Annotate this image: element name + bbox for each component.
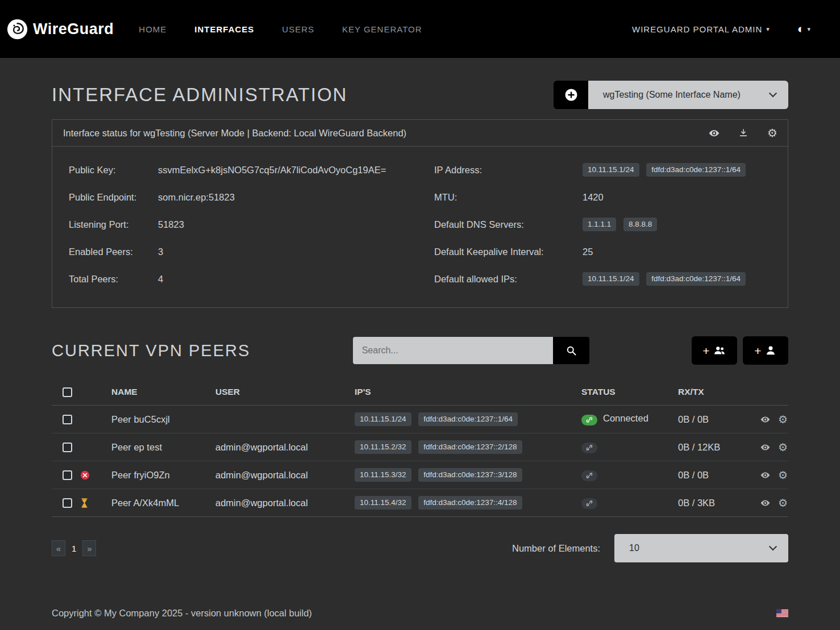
theme-half-circle-icon: ◐ xyxy=(797,22,805,36)
elements-per-page-value: 10 xyxy=(629,543,770,553)
interface-status-card: Interface status for wgTesting (Server M… xyxy=(52,119,788,308)
public-endpoint-value: som.nicr.ep:51823 xyxy=(158,192,235,203)
disconnected-link-slash-icon xyxy=(581,498,597,509)
mtu-value: 1420 xyxy=(583,192,604,203)
peer-settings-gear-icon[interactable]: ⚙ xyxy=(778,470,788,481)
allowed-ip-badge: 10.11.15.1/24 xyxy=(583,272,639,286)
add-multiple-peers-button[interactable]: + xyxy=(692,336,737,365)
interface-select-value: wgTesting (Some Interface Name) xyxy=(603,90,770,100)
pagination-next-button[interactable]: » xyxy=(82,540,96,556)
peer-row-checkbox[interactable] xyxy=(63,470,72,480)
col-header-rxtx: RX/TX xyxy=(678,379,752,406)
peer-view-eye-icon[interactable] xyxy=(760,415,770,424)
table-row: Peer buC5cxjl 10.11.15.1/24 fdfd:d3ad:c0… xyxy=(52,406,788,433)
col-header-ips: IP'S xyxy=(355,379,581,406)
peer-ip-badge: 10.11.15.4/32 xyxy=(355,496,411,510)
page-title: INTERFACE ADMINISTRATION xyxy=(52,84,347,106)
peer-add-buttons: + + xyxy=(692,336,788,365)
status-row: IP Address: 10.11.15.1/24 fdfd:d3ad:c0de… xyxy=(434,156,772,183)
copyright-text: Copyright © My Company 2025 - version un… xyxy=(52,608,312,619)
search-icon xyxy=(565,345,577,356)
elements-per-page-select[interactable]: 10 xyxy=(614,534,788,562)
peer-search-group xyxy=(353,337,589,364)
peer-settings-gear-icon[interactable]: ⚙ xyxy=(778,414,788,425)
peer-view-eye-icon[interactable] xyxy=(760,498,770,508)
peer-user: admin@wgportal.local xyxy=(215,433,355,461)
peer-view-eye-icon[interactable] xyxy=(760,470,770,480)
search-input[interactable] xyxy=(353,337,553,364)
keepalive-value: 25 xyxy=(583,247,593,257)
peer-view-eye-icon[interactable] xyxy=(760,443,770,452)
peer-name: Peer A/Xk4mML xyxy=(111,489,215,517)
add-single-peer-button[interactable]: + xyxy=(743,336,788,365)
peers-section-title: CURRENT VPN PEERS xyxy=(52,341,250,360)
status-row: Public Key:ssvmEelxG+k8jsNO5G7cq5r/Ak7li… xyxy=(69,156,434,183)
dns-badge: 1.1.1.1 xyxy=(583,218,616,231)
peer-settings-gear-icon[interactable]: ⚙ xyxy=(778,442,788,453)
peers-table: NAME USER IP'S STATUS RX/TX Peer buC5cxj… xyxy=(52,379,788,517)
peer-ip-badge: 10.11.15.1/24 xyxy=(355,412,411,426)
peer-ip-badge: fdfd:d3ad:c0de:1237::4/128 xyxy=(418,496,522,510)
interface-select[interactable]: wgTesting (Some Interface Name) xyxy=(588,81,788,109)
dns-badge: 8.8.8.8 xyxy=(623,218,657,231)
col-header-name: NAME xyxy=(111,379,215,406)
peer-ip-badge: 10.11.15.2/32 xyxy=(355,440,411,454)
elements-per-page-label: Number of Elements: xyxy=(512,543,600,554)
nav-item-interfaces[interactable]: INTERFACES xyxy=(194,24,254,34)
single-user-icon xyxy=(764,344,777,357)
peer-pending-hourglass-icon xyxy=(80,498,89,508)
peer-name: Peer ep test xyxy=(111,433,215,461)
peer-status-text: Connected xyxy=(603,413,648,423)
col-header-status: STATUS xyxy=(581,379,678,406)
peer-row-checkbox[interactable] xyxy=(63,443,72,452)
nav-links: HOME INTERFACES USERS KEY GENERATOR xyxy=(139,24,450,34)
search-button[interactable] xyxy=(553,337,589,364)
chevron-down-icon xyxy=(769,89,777,97)
peer-ip-badge: fdfd:d3ad:c0de:1237::1/64 xyxy=(418,412,518,426)
main-content: INTERFACE ADMINISTRATION wgTesting (Some… xyxy=(52,58,788,562)
language-flag-us-icon[interactable] xyxy=(776,609,788,618)
peer-rxtx: 0B / 0B xyxy=(678,406,752,433)
view-config-eye-icon[interactable] xyxy=(709,128,720,139)
pagination-current-page[interactable]: 1 xyxy=(65,540,82,556)
brand[interactable]: WireGuard xyxy=(7,19,114,40)
listening-port-value: 51823 xyxy=(158,219,184,230)
pagination: « 1 » xyxy=(52,540,96,556)
table-header-row: NAME USER IP'S STATUS RX/TX xyxy=(52,379,788,406)
peer-name: Peer buC5cxjl xyxy=(111,406,215,433)
page-footer: Copyright © My Company 2025 - version un… xyxy=(0,594,840,630)
nav-item-key-generator[interactable]: KEY GENERATOR xyxy=(342,24,422,34)
elements-per-page-group: Number of Elements: 10 xyxy=(512,534,788,562)
disconnected-link-slash-icon xyxy=(581,470,597,481)
connected-link-icon xyxy=(581,415,597,425)
add-interface-button[interactable] xyxy=(554,81,588,109)
peer-name: Peer fryiO9Zn xyxy=(111,461,215,489)
status-row: MTU:1420 xyxy=(434,183,772,211)
disconnected-link-slash-icon xyxy=(581,443,597,453)
download-config-icon[interactable] xyxy=(738,128,748,138)
status-row: Total Peers:4 xyxy=(69,265,434,293)
chevron-down-icon: ▾ xyxy=(807,26,810,32)
peer-row-checkbox[interactable] xyxy=(63,498,72,508)
select-all-checkbox[interactable] xyxy=(63,387,72,397)
pagination-prev-button[interactable]: « xyxy=(52,540,65,556)
peer-rxtx: 0B / 12KB xyxy=(678,433,752,461)
nav-item-home[interactable]: HOME xyxy=(139,24,167,34)
user-menu-dropdown[interactable]: WIREGUARD PORTAL ADMIN ▾ xyxy=(632,24,770,34)
nav-item-users[interactable]: USERS xyxy=(282,24,314,34)
table-row: Peer fryiO9Zn admin@wgportal.local 10.11… xyxy=(52,461,788,489)
total-peers-value: 4 xyxy=(158,274,163,285)
interface-settings-gear-icon[interactable]: ⚙ xyxy=(767,127,777,139)
plus-icon: + xyxy=(702,345,709,357)
top-navbar: WireGuard HOME INTERFACES USERS KEY GENE… xyxy=(0,0,840,58)
peer-row-checkbox[interactable] xyxy=(63,415,72,424)
table-row: Peer ep test admin@wgportal.local 10.11.… xyxy=(52,433,788,461)
enabled-peers-value: 3 xyxy=(158,247,163,257)
status-card-right-column: IP Address: 10.11.15.1/24 fdfd:d3ad:c0de… xyxy=(434,156,772,293)
navbar-right: WIREGUARD PORTAL ADMIN ▾ ◐ ▾ xyxy=(632,22,810,36)
peer-settings-gear-icon[interactable]: ⚙ xyxy=(778,498,788,508)
status-row: Default allowed IPs: 10.11.15.1/24 fdfd:… xyxy=(434,265,772,293)
peer-ip-badge: fdfd:d3ad:c0de:1237::2/128 xyxy=(418,440,522,454)
theme-toggle-dropdown[interactable]: ◐ ▾ xyxy=(797,22,810,36)
peer-expired-icon xyxy=(80,470,90,480)
